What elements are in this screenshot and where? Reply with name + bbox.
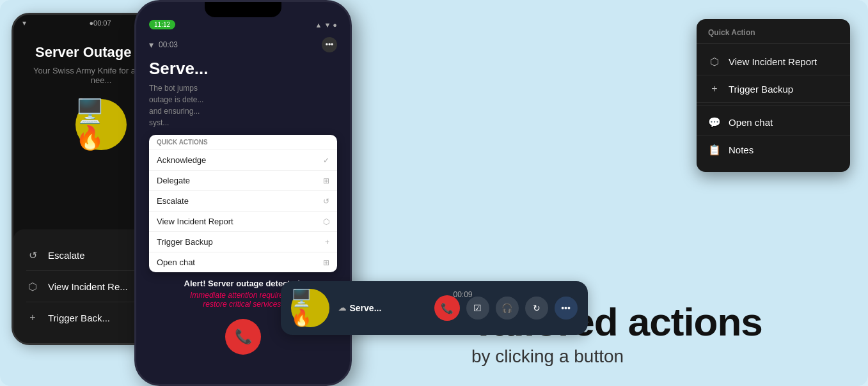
sub-headline: by clicking a button — [471, 346, 842, 367]
open-chat-label: Open chat — [157, 258, 195, 267]
list-item[interactable]: + Trigger Backup — [697, 75, 850, 103]
escalate-label: Escalate — [48, 250, 85, 261]
external-link-icon: ⬡ — [323, 217, 329, 226]
trigger-backup-label: Trigger Back... — [48, 313, 110, 323]
iphone-time-pill: 11:12 — [149, 20, 175, 29]
notif-timer: 00:09 — [453, 290, 472, 299]
iphone-server-desc: The bot jumpsoutage is dete...and ensuri… — [149, 82, 337, 128]
trigger-backup-label: Trigger Backup — [729, 84, 793, 95]
list-item[interactable]: 📋 Notes — [697, 136, 850, 163]
headset-button[interactable]: 🎧 — [496, 297, 519, 320]
notif-actions: 📞 ☑ 🎧 ↻ ••• — [434, 295, 578, 321]
notif-title: ☁ Serve... — [338, 303, 425, 313]
iphone-quick-menu-title: Quick Actions — [149, 135, 337, 150]
chevron-down-icon: ▾ — [22, 19, 26, 27]
delegate-icon: ⊞ — [323, 176, 329, 185]
notification-bar: 🖥️🔥 ☁ Serve... 00:09 📞 ☑ 🎧 ↻ ••• — [281, 281, 588, 335]
end-call-button[interactable]: 📞 — [434, 295, 460, 321]
iphone-server-title: Serve... — [149, 59, 337, 79]
list-item[interactable]: Acknowledge ✓ — [149, 150, 337, 170]
list-item[interactable]: 💬 Open chat — [697, 109, 850, 136]
plus-icon: + — [325, 238, 329, 247]
iphone-notch — [205, 2, 281, 17]
iphone-wifi-icons: ▲ ▼ ● — [315, 21, 337, 29]
view-incident-label: View Incident Report — [157, 217, 233, 226]
escalate-icon: ↺ — [323, 197, 329, 206]
list-item[interactable]: Open chat ⊞ — [149, 252, 337, 272]
notes-label: Notes — [729, 144, 754, 155]
list-item[interactable]: Trigger Backup + — [149, 231, 337, 252]
iphone-call-header: ▾ 00:03 ••• — [149, 35, 337, 59]
cloud-icon: ☁ — [338, 304, 346, 313]
list-item[interactable]: Delegate ⊞ — [149, 170, 337, 190]
quick-action-header: Quick Action — [697, 28, 850, 44]
external-link-icon: ⬡ — [708, 55, 721, 68]
view-incident-icon: ⬡ — [26, 280, 39, 293]
android-time: ●00:07 — [89, 19, 111, 27]
more-actions-button[interactable]: ••• — [555, 297, 578, 320]
list-item[interactable]: ⬡ View Incident Report — [697, 48, 850, 75]
server-icon: 🖥️🔥 — [75, 98, 127, 151]
iphone-quick-menu: Quick Actions Acknowledge ✓ Delegate ⊞ E… — [149, 135, 337, 272]
notif-title-text: Serve... — [350, 303, 382, 313]
check-icon: ✓ — [323, 156, 329, 165]
back-chevron-icon: ▾ — [149, 40, 154, 50]
trigger-backup-label: Trigger Backup — [157, 237, 213, 247]
more-button[interactable]: ••• — [322, 37, 337, 52]
chat-icon: 💬 — [708, 116, 721, 128]
list-item[interactable]: Escalate ↺ — [149, 190, 337, 211]
delegate-label: Delegate — [157, 176, 190, 185]
iphone-call-timer: 00:03 — [159, 40, 178, 49]
view-incident-label: View Incident Re... — [48, 281, 128, 292]
acknowledge-label: Acknowledge — [157, 155, 206, 165]
end-call-button[interactable]: 📞 — [225, 319, 261, 355]
open-chat-label: Open chat — [729, 117, 773, 128]
divider — [697, 105, 850, 106]
escalate-label: Escalate — [157, 196, 189, 206]
escalate-icon: ↺ — [26, 249, 39, 261]
chat-icon: ⊞ — [323, 258, 329, 267]
view-incident-label: View Incident Report — [729, 56, 817, 67]
quick-action-popup: Quick Action ⬡ View Incident Report + Tr… — [697, 19, 850, 172]
notif-avatar: 🖥️🔥 — [291, 289, 329, 327]
notif-info: ☁ Serve... — [338, 303, 425, 313]
checkbox-button[interactable]: ☑ — [466, 297, 489, 320]
notes-icon: 📋 — [708, 143, 721, 156]
list-item[interactable]: View Incident Report ⬡ — [149, 211, 337, 231]
trigger-backup-icon: + — [26, 311, 39, 324]
avatar: 🖥️🔥 — [75, 99, 127, 150]
sync-button[interactable]: ↻ — [525, 297, 548, 320]
plus-icon: + — [708, 82, 721, 95]
